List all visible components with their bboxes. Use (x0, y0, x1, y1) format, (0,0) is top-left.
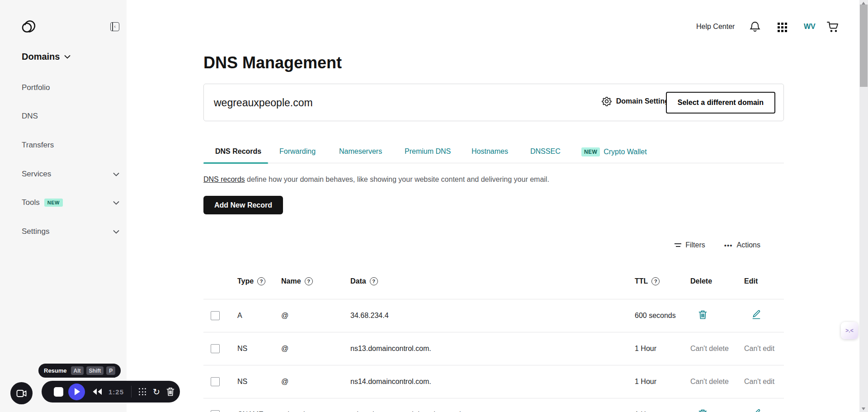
select-different-domain-button[interactable]: Select a different domain (666, 92, 775, 114)
filters-button[interactable]: Filters (675, 241, 705, 249)
record-ttl: 1 Hour (635, 378, 656, 386)
play-icon (75, 388, 80, 395)
recording-timer: 1:25 (108, 388, 124, 396)
table-row: NS @ ns13.domaincontrol.com. 1 Hour Can'… (203, 332, 784, 365)
tab-hostnames[interactable]: Hostnames (472, 147, 508, 156)
help-icon[interactable]: ? (651, 277, 660, 285)
key-badge-p: P (106, 366, 115, 375)
tab-dnssec[interactable]: DNSSEC (530, 147, 561, 156)
tab-label: DNSSEC (530, 147, 561, 156)
domains-label: Domains (22, 52, 60, 62)
tab-dns-records[interactable]: DNS Records (215, 147, 261, 156)
dns-description: DNS records define how your domain behav… (203, 175, 549, 184)
tab-label: Nameservers (339, 147, 382, 156)
table-row: NS @ ns14.domaincontrol.com. 1 Hour Can'… (203, 365, 784, 398)
column-header-name: Name ? (281, 277, 313, 285)
camera-bubble-button[interactable] (10, 382, 33, 404)
tab-label: Forwarding (279, 147, 316, 156)
scroll-down-arrow[interactable] (862, 407, 865, 410)
row-checkbox[interactable] (211, 410, 220, 412)
domain-card: wegreauxpeople.com Domain Settings Selec… (203, 84, 784, 121)
scrollbar[interactable] (859, 0, 868, 412)
row-checkbox[interactable] (211, 311, 220, 320)
video-camera-icon (16, 389, 27, 398)
record-data: ns14.domaincontrol.com. (350, 378, 431, 386)
key-badge-shift: Shift (86, 366, 104, 375)
cart-icon[interactable] (826, 21, 839, 33)
sidebar-item-services[interactable]: Services (22, 170, 119, 179)
trash-icon (698, 409, 707, 412)
add-new-record-button[interactable]: Add New Record (203, 196, 283, 214)
cant-delete-label: Can't delete (690, 345, 729, 353)
record-name: @ (281, 378, 288, 386)
chevron-down-icon (64, 55, 71, 59)
sidebar-section-domains[interactable]: Domains (22, 52, 71, 62)
dns-records-link[interactable]: DNS records (203, 175, 245, 183)
collapse-chevron: ‹ (114, 24, 116, 29)
ellipsis-icon: ••• (724, 242, 733, 249)
tab-label: Hostnames (472, 147, 508, 156)
tab-forwarding[interactable]: Forwarding (279, 147, 316, 156)
pencil-icon (752, 409, 761, 412)
user-avatar-initials[interactable]: WV (804, 23, 816, 31)
record-ttl: 600 seconds (635, 312, 676, 320)
domain-settings-button[interactable]: Domain Settings (601, 96, 673, 107)
record-type: NS (237, 378, 247, 386)
domain-name: wegreauxpeople.com (214, 97, 313, 109)
trash-icon[interactable] (166, 387, 175, 397)
sidebar-item-transfers[interactable]: Transfers (22, 141, 119, 150)
table-row: CNAME _domainconnect _domainconnect.gd.d… (203, 398, 784, 412)
row-checkbox[interactable] (211, 377, 220, 386)
play-button[interactable] (68, 384, 85, 400)
stop-icon[interactable] (54, 387, 63, 397)
page-title: DNS Management (203, 53, 342, 72)
godaddy-logo[interactable] (21, 19, 36, 34)
item-label: Tools (22, 198, 40, 207)
help-icon[interactable]: ? (257, 277, 265, 285)
actions-button[interactable]: ••• Actions (724, 241, 760, 249)
filter-icon (675, 243, 681, 246)
column-header-data: Data ? (350, 277, 378, 285)
column-header-delete: Delete (690, 277, 712, 285)
record-type: A (237, 312, 242, 320)
browser-extension-widget[interactable]: >.< (841, 322, 858, 339)
pencil-icon (752, 310, 761, 320)
help-icon[interactable]: ? (370, 277, 378, 285)
rewind-icon[interactable] (92, 388, 103, 396)
item-label: Services (22, 170, 51, 179)
help-icon[interactable]: ? (305, 277, 313, 285)
tab-label: DNS Records (215, 147, 261, 156)
tab-crypto-wallet[interactable]: NEW Crypto Wallet (581, 147, 647, 156)
sidebar-item-settings[interactable]: Settings (22, 227, 119, 236)
delete-record-button[interactable] (698, 310, 707, 322)
key-badge-alt: Alt (71, 366, 84, 375)
restart-icon[interactable]: ↺ (153, 388, 160, 396)
sidebar-item-dns[interactable]: DNS (22, 112, 119, 121)
scrollbar-thumb[interactable] (860, 5, 868, 87)
new-badge: NEW (581, 147, 600, 156)
record-data: ns13.domaincontrol.com. (350, 345, 431, 353)
cant-delete-label: Can't delete (690, 378, 729, 386)
sidebar-item-portfolio[interactable]: Portfolio (22, 83, 119, 92)
cant-edit-label: Can't edit (744, 345, 774, 353)
record-name: @ (281, 345, 288, 353)
edit-record-button[interactable] (752, 310, 761, 322)
chevron-down-icon (113, 172, 119, 176)
row-checkbox[interactable] (211, 344, 220, 353)
edit-record-button[interactable] (752, 409, 761, 412)
tab-bar: DNS Records Forwarding Nameservers Premi… (203, 144, 784, 163)
divider (131, 386, 132, 398)
sidebar-item-tools[interactable]: Tools NEW (22, 198, 119, 207)
drag-handle-icon[interactable] (139, 388, 146, 395)
tab-premium-dns[interactable]: Premium DNS (405, 147, 451, 156)
list-toolbar: Filters ••• Actions (675, 241, 760, 249)
sidebar-collapse-icon[interactable]: ‹ (110, 22, 119, 31)
dns-records-table: Type ? Name ? Data ? TTL ? Delete Edit (203, 269, 784, 412)
record-name: @ (281, 312, 288, 320)
tab-nameservers[interactable]: Nameservers (339, 147, 382, 156)
column-header-ttl: TTL ? (635, 277, 660, 285)
new-badge: NEW (44, 199, 63, 207)
record-type: NS (237, 345, 247, 353)
domain-settings-label: Domain Settings (616, 97, 673, 105)
delete-record-button[interactable] (698, 409, 707, 412)
